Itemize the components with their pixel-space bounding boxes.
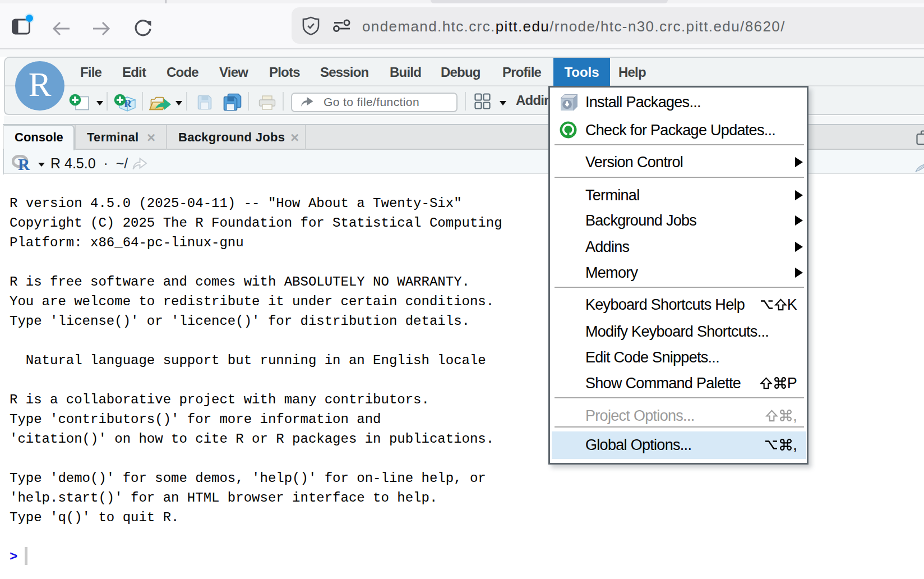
svg-text:R: R	[18, 155, 30, 172]
